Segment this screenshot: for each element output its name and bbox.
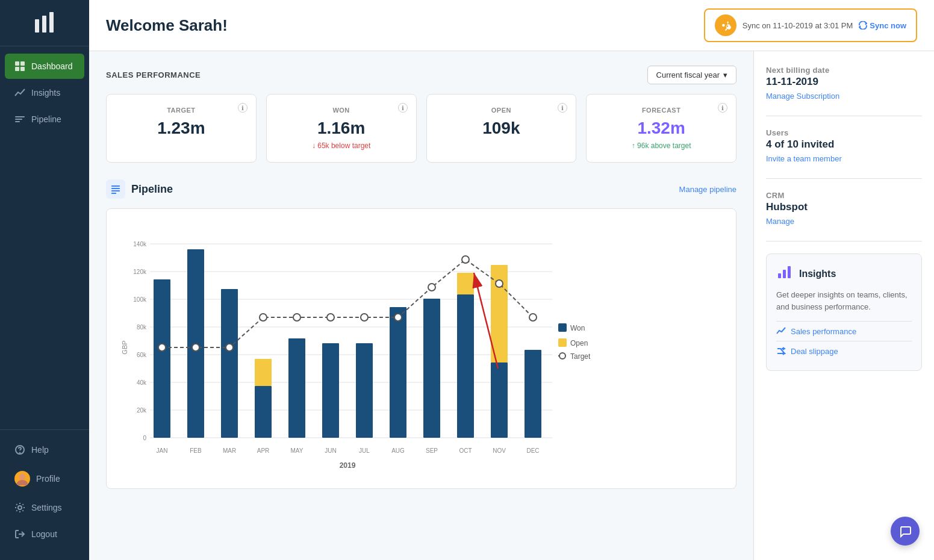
sync-now-button[interactable]: Sync now	[859, 21, 906, 30]
y-axis-label: GBP	[121, 340, 128, 354]
svg-rect-8	[15, 119, 22, 120]
sidebar-item-dashboard[interactable]: Dashboard	[5, 54, 84, 79]
sidebar-item-label: Pipeline	[31, 114, 61, 124]
chat-icon	[898, 524, 912, 538]
kpi-card-target: ℹ TARGET 1.23m	[106, 94, 257, 163]
svg-rect-6	[20, 67, 25, 71]
svg-text:Open: Open	[570, 339, 588, 347]
kpi-card-forecast: ℹ FORECAST 1.32m ↑ 96k above target	[586, 94, 736, 163]
sidebar-item-profile[interactable]: Profile	[5, 464, 84, 494]
svg-rect-35	[154, 279, 170, 438]
svg-text:60k: 60k	[137, 352, 147, 358]
svg-rect-47	[491, 362, 508, 438]
chat-bubble-button[interactable]	[891, 517, 920, 546]
sidebar-item-insights[interactable]: Insights	[5, 80, 84, 105]
pipeline-header: Pipeline Manage pipeline	[106, 179, 736, 199]
insights-card-header: Insights	[776, 264, 912, 284]
billing-section: Next billing date 11-11-2019 Manage Subs…	[766, 66, 922, 101]
svg-rect-3	[15, 61, 19, 66]
info-icon: ℹ	[718, 103, 727, 113]
svg-text:DEC: DEC	[526, 447, 539, 454]
svg-rect-15	[111, 185, 120, 187]
svg-text:NOV: NOV	[493, 447, 506, 454]
svg-rect-46	[457, 273, 474, 294]
sidebar-item-label: Logout	[31, 529, 57, 539]
svg-text:JUL: JUL	[359, 447, 370, 454]
svg-point-56	[361, 314, 368, 321]
svg-point-13	[18, 506, 22, 509]
fiscal-year-dropdown[interactable]: Current fiscal year ▾	[647, 66, 736, 84]
crm-value: Hubspot	[766, 201, 922, 213]
svg-text:Won: Won	[570, 324, 585, 332]
svg-text:SEP: SEP	[426, 447, 438, 454]
svg-text:MAY: MAY	[291, 447, 304, 454]
sidebar-item-pipeline[interactable]: Pipeline	[5, 107, 84, 132]
sales-performance-link[interactable]: Sales performance	[776, 321, 912, 341]
kpi-sub: ↓ 65k below target	[279, 142, 404, 150]
manage-pipeline-link[interactable]: Manage pipeline	[679, 185, 736, 194]
page-title: Welcome Sarah!	[106, 16, 228, 35]
info-icon: ℹ	[398, 103, 408, 113]
deal-slippage-link[interactable]: Deal slippage	[776, 341, 912, 361]
svg-rect-5	[15, 67, 19, 71]
hubspot-logo-icon	[719, 19, 732, 32]
crm-label: CRM	[766, 191, 922, 200]
insights-card-icon	[776, 264, 793, 284]
svg-point-60	[496, 280, 503, 287]
chart-line-icon	[776, 326, 786, 336]
invite-member-link[interactable]: Invite a team member	[766, 154, 842, 163]
info-icon: ℹ	[558, 103, 567, 113]
svg-point-51	[192, 344, 199, 351]
sidebar-item-label: Settings	[31, 503, 62, 512]
manage-subscription-link[interactable]: Manage Subscription	[766, 92, 839, 101]
sidebar-item-logout[interactable]: Logout	[5, 521, 84, 547]
svg-rect-75	[558, 323, 567, 332]
svg-point-58	[428, 284, 435, 291]
sidebar-bottom: Help Profile Settings Logout	[0, 429, 89, 560]
svg-rect-9	[15, 121, 20, 122]
pipeline-title: Pipeline	[131, 183, 173, 196]
manage-crm-link[interactable]: Manage	[766, 217, 794, 226]
dashboard-icon	[14, 61, 25, 72]
sidebar-item-label: Insights	[31, 88, 60, 98]
sidebar-item-label: Help	[31, 445, 49, 455]
divider	[766, 116, 922, 116]
svg-text:120k: 120k	[133, 269, 147, 275]
content-area: SALES PERFORMANCE Current fiscal year ▾ …	[89, 51, 934, 560]
logout-icon	[14, 529, 25, 540]
topbar: Welcome Sarah! Sync on 11-10-2019 at 3:0…	[89, 0, 934, 51]
pipeline-chart: GBP 0 20k 40k 60k 80k	[119, 221, 594, 474]
kpi-label: FORECAST	[599, 107, 724, 114]
svg-rect-17	[111, 190, 120, 191]
svg-point-14	[722, 24, 725, 27]
svg-point-12	[19, 474, 25, 480]
svg-rect-49	[525, 350, 541, 438]
svg-text:OCT: OCT	[459, 447, 472, 454]
users-section: Users 4 of 10 invited Invite a team memb…	[766, 128, 922, 164]
main-panel: SALES PERFORMANCE Current fiscal year ▾ …	[89, 51, 753, 560]
insights-card-title: Insights	[799, 269, 836, 279]
sidebar-item-settings[interactable]: Settings	[5, 495, 84, 520]
right-panel: Next billing date 11-11-2019 Manage Subs…	[753, 51, 934, 560]
svg-rect-77	[558, 338, 567, 347]
pipeline-sidebar-icon	[14, 114, 25, 125]
pipeline-title-area: Pipeline	[106, 179, 173, 199]
kpi-value: 1.16m	[279, 119, 404, 138]
svg-rect-4	[20, 61, 25, 66]
svg-rect-7	[15, 116, 25, 117]
svg-text:140k: 140k	[133, 241, 147, 247]
svg-text:Target: Target	[570, 352, 591, 361]
help-icon	[14, 444, 25, 455]
insights-description: Get deeper insights on teams, clients, a…	[776, 289, 912, 313]
sidebar-item-help[interactable]: Help	[5, 437, 84, 462]
avatar	[14, 471, 30, 487]
svg-text:20k: 20k	[137, 407, 147, 414]
svg-text:AUG: AUG	[391, 447, 405, 454]
kpi-label: OPEN	[439, 107, 564, 114]
info-icon: ℹ	[238, 103, 248, 113]
logo	[0, 0, 89, 46]
svg-text:80k: 80k	[137, 324, 147, 331]
svg-rect-41	[322, 343, 339, 438]
bar-chart-icon	[776, 264, 793, 281]
svg-rect-85	[783, 270, 786, 278]
